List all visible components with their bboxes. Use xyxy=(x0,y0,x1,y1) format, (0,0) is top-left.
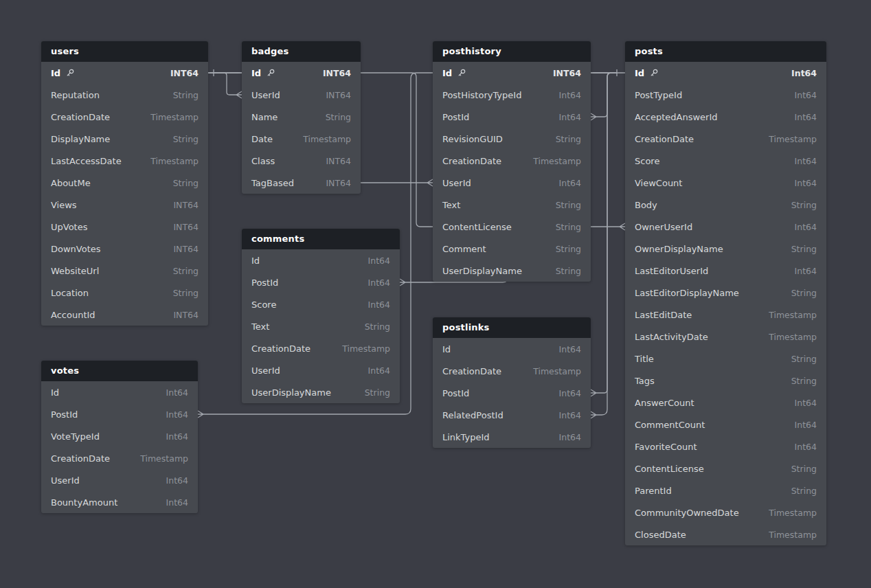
field-row-posts-Tags[interactable]: TagsString xyxy=(625,370,826,392)
table-header-badges[interactable]: badges xyxy=(242,41,361,62)
field-row-votes-Id[interactable]: IdInt64 xyxy=(41,381,198,403)
field-row-posts-CreationDate[interactable]: CreationDateTimestamp xyxy=(625,128,826,150)
field-row-posthistory-PostId[interactable]: PostIdInt64 xyxy=(433,106,591,128)
table-header-postlinks[interactable]: postlinks xyxy=(433,317,591,338)
table-card-votes[interactable]: votesIdInt64PostIdInt64VoteTypeIdInt64Cr… xyxy=(41,361,198,513)
field-row-comments-PostId[interactable]: PostIdInt64 xyxy=(242,271,400,293)
field-row-posthistory-Text[interactable]: TextString xyxy=(433,194,591,216)
field-row-users-CreationDate[interactable]: CreationDateTimestamp xyxy=(41,106,208,128)
field-row-users-Reputation[interactable]: ReputationString xyxy=(41,84,208,106)
field-row-posts-CommentCount[interactable]: CommentCountInt64 xyxy=(625,414,826,436)
field-row-posts-ContentLicense[interactable]: ContentLicenseString xyxy=(625,457,826,479)
table-card-comments[interactable]: commentsIdInt64PostIdInt64ScoreInt64Text… xyxy=(242,229,400,403)
field-row-votes-UserId[interactable]: UserIdInt64 xyxy=(41,469,198,491)
field-row-posts-AcceptedAnswerId[interactable]: AcceptedAnswerIdInt64 xyxy=(625,106,826,128)
table-header-users[interactable]: users xyxy=(41,41,208,62)
field-row-users-AccountId[interactable]: AccountIdINT64 xyxy=(41,304,208,326)
field-name: PostId xyxy=(442,112,469,122)
field-row-posts-OwnerDisplayName[interactable]: OwnerDisplayNameString xyxy=(625,238,826,260)
field-row-postlinks-LinkTypeId[interactable]: LinkTypeIdInt64 xyxy=(433,426,591,448)
table-card-badges[interactable]: badgesIdINT64UserIdINT64NameStringDateTi… xyxy=(242,41,361,194)
field-row-votes-BountyAmount[interactable]: BountyAmountInt64 xyxy=(41,491,198,513)
field-type: Int64 xyxy=(795,266,817,276)
field-row-votes-PostId[interactable]: PostIdInt64 xyxy=(41,403,198,425)
field-type: Int64 xyxy=(368,278,390,288)
field-row-users-Views[interactable]: ViewsINT64 xyxy=(41,194,208,216)
field-row-posts-Body[interactable]: BodyString xyxy=(625,194,826,216)
field-row-comments-CreationDate[interactable]: CreationDateTimestamp xyxy=(242,337,400,359)
field-row-postlinks-Id[interactable]: IdInt64 xyxy=(433,338,591,360)
field-row-posts-ClosedDate[interactable]: ClosedDateTimestamp xyxy=(625,523,826,545)
field-row-badges-Name[interactable]: NameString xyxy=(242,106,361,128)
field-row-posthistory-ContentLicense[interactable]: ContentLicenseString xyxy=(433,216,591,238)
field-row-badges-Class[interactable]: ClassINT64 xyxy=(242,150,361,172)
table-header-votes[interactable]: votes xyxy=(41,361,198,381)
table-header-posts[interactable]: posts xyxy=(625,41,826,62)
er-diagram-canvas[interactable]: usersIdINT64ReputationStringCreationDate… xyxy=(0,0,871,588)
field-row-badges-Id[interactable]: IdINT64 xyxy=(242,62,361,84)
field-name: ContentLicense xyxy=(442,222,512,232)
field-row-users-Id[interactable]: IdINT64 xyxy=(41,62,208,84)
field-row-posthistory-UserDisplayName[interactable]: UserDisplayNameString xyxy=(433,260,591,282)
field-row-posts-Title[interactable]: TitleString xyxy=(625,348,826,370)
field-row-badges-Date[interactable]: DateTimestamp xyxy=(242,128,361,150)
field-row-posts-LastEditorDisplayName[interactable]: LastEditorDisplayNameString xyxy=(625,282,826,304)
field-row-users-WebsiteUrl[interactable]: WebsiteUrlString xyxy=(41,260,208,282)
field-row-posthistory-PostHistoryTypeId[interactable]: PostHistoryTypeIdInt64 xyxy=(433,84,591,106)
field-row-users-DownVotes[interactable]: DownVotesINT64 xyxy=(41,238,208,260)
field-name: ClosedDate xyxy=(635,530,686,540)
field-row-postlinks-PostId[interactable]: PostIdInt64 xyxy=(433,382,591,404)
field-name: Location xyxy=(51,288,89,298)
field-type: String xyxy=(791,486,817,496)
field-row-postlinks-CreationDate[interactable]: CreationDateTimestamp xyxy=(433,360,591,382)
field-row-users-Location[interactable]: LocationString xyxy=(41,282,208,304)
field-row-posts-FavoriteCount[interactable]: FavoriteCountInt64 xyxy=(625,436,826,457)
primary-key-icon xyxy=(267,69,275,77)
field-row-posts-LastEditorUserId[interactable]: LastEditorUserIdInt64 xyxy=(625,260,826,282)
field-row-posthistory-Id[interactable]: IdINT64 xyxy=(433,62,591,84)
field-row-votes-VoteTypeId[interactable]: VoteTypeIdInt64 xyxy=(41,425,198,447)
field-row-posts-Id[interactable]: IdInt64 xyxy=(625,62,826,84)
table-card-postlinks[interactable]: postlinksIdInt64CreationDateTimestampPos… xyxy=(433,317,591,448)
crow-foot-marker xyxy=(591,411,596,418)
field-row-comments-Id[interactable]: IdInt64 xyxy=(242,249,400,271)
field-row-users-AboutMe[interactable]: AboutMeString xyxy=(41,172,208,194)
field-row-votes-CreationDate[interactable]: CreationDateTimestamp xyxy=(41,447,198,469)
field-row-posts-CommunityOwnedDate[interactable]: CommunityOwnedDateTimestamp xyxy=(625,501,826,523)
field-row-posts-LastEditDate[interactable]: LastEditDateTimestamp xyxy=(625,304,826,326)
field-row-posthistory-CreationDate[interactable]: CreationDateTimestamp xyxy=(433,150,591,172)
field-row-posts-ParentId[interactable]: ParentIdString xyxy=(625,479,826,501)
field-row-users-LastAccessDate[interactable]: LastAccessDateTimestamp xyxy=(41,150,208,172)
field-row-posts-ViewCount[interactable]: ViewCountInt64 xyxy=(625,172,826,194)
edge-users.Id-to-badges.UserId xyxy=(208,69,242,98)
table-card-posts[interactable]: postsIdInt64PostTypeIdInt64AcceptedAnswe… xyxy=(625,41,826,545)
field-row-comments-Text[interactable]: TextString xyxy=(242,315,400,337)
field-name: Comment xyxy=(442,244,486,254)
field-name: RevisionGUID xyxy=(442,134,503,144)
field-row-users-DisplayName[interactable]: DisplayNameString xyxy=(41,128,208,150)
field-row-posts-OwnerUserId[interactable]: OwnerUserIdInt64 xyxy=(625,216,826,238)
crow-foot-marker xyxy=(620,223,625,230)
field-row-posthistory-RevisionGUID[interactable]: RevisionGUIDString xyxy=(433,128,591,150)
field-row-posts-AnswerCount[interactable]: AnswerCountInt64 xyxy=(625,392,826,414)
field-row-comments-Score[interactable]: ScoreInt64 xyxy=(242,293,400,315)
field-row-posthistory-UserId[interactable]: UserIdInt64 xyxy=(433,172,591,194)
field-name: CreationDate xyxy=(51,453,110,464)
field-row-comments-UserDisplayName[interactable]: UserDisplayNameString xyxy=(242,381,400,403)
field-row-posthistory-Comment[interactable]: CommentString xyxy=(433,238,591,260)
field-row-posts-LastActivityDate[interactable]: LastActivityDateTimestamp xyxy=(625,326,826,348)
table-card-users[interactable]: usersIdINT64ReputationStringCreationDate… xyxy=(41,41,208,326)
field-type: String xyxy=(556,134,581,144)
field-row-comments-UserId[interactable]: UserIdInt64 xyxy=(242,359,400,381)
field-name: CommunityOwnedDate xyxy=(635,508,739,518)
table-header-posthistory[interactable]: posthistory xyxy=(433,41,591,62)
field-row-users-UpVotes[interactable]: UpVotesINT64 xyxy=(41,216,208,238)
field-row-badges-TagBased[interactable]: TagBasedINT64 xyxy=(242,172,361,194)
table-header-comments[interactable]: comments xyxy=(242,229,400,249)
field-row-posts-Score[interactable]: ScoreInt64 xyxy=(625,150,826,172)
field-type: Timestamp xyxy=(769,508,817,518)
field-row-postlinks-RelatedPostId[interactable]: RelatedPostIdInt64 xyxy=(433,404,591,426)
field-row-badges-UserId[interactable]: UserIdINT64 xyxy=(242,84,361,106)
field-row-posts-PostTypeId[interactable]: PostTypeIdInt64 xyxy=(625,84,826,106)
table-card-posthistory[interactable]: posthistoryIdINT64PostHistoryTypeIdInt64… xyxy=(433,41,591,282)
